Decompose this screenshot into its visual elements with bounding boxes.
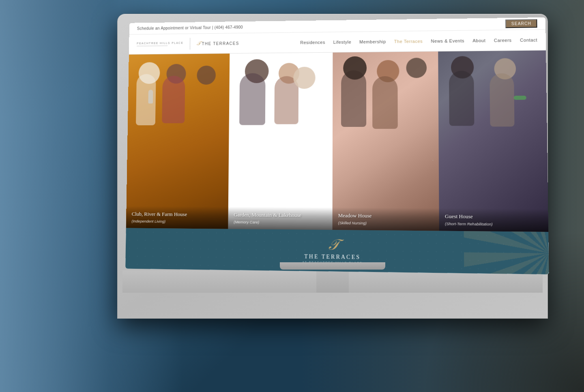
panel-2-title: Garden, Mountain & Lakehouse (234, 212, 326, 219)
monitor-wrapper: Schedule an Appointment or Virtual Tour … (118, 14, 548, 318)
logo-separator (190, 38, 190, 49)
monitor-frame: Schedule an Appointment or Virtual Tour … (118, 14, 548, 318)
monitor-screen: Schedule an Appointment or Virtual Tour … (125, 17, 549, 274)
brand-content: 𝒯 THE TERRACES AT PEACHTREE HILLS PLACE (303, 237, 363, 265)
nav-the-terraces[interactable]: The Terraces (394, 39, 423, 44)
panel-1-subtitle: (Independent Living) (131, 219, 222, 224)
panel-3-overlay: Meadow House (Skilled Nursing) (333, 208, 439, 231)
nav-news-events[interactable]: News & Events (431, 38, 464, 43)
monitor-stand (122, 270, 543, 293)
panel-4-subtitle: (Short-Term Rehabilitation) (445, 221, 542, 227)
stand-base (280, 262, 385, 270)
contact-info: Schedule an Appointment or Virtual Tour … (137, 25, 243, 31)
panel-4-overlay: Guest House (Short-Term Rehabilitation) (439, 208, 549, 232)
website-content: Schedule an Appointment or Virtual Tour … (125, 17, 549, 274)
panel-3-subtitle: (Skilled Nursing) (338, 221, 434, 226)
panel-1-title: Club, River & Farm House (132, 211, 223, 218)
panel-1[interactable]: Club, River & Farm House (Independent Li… (126, 54, 230, 229)
terraces-brand-icon: 𝒯 (303, 237, 363, 253)
panel-3[interactable]: Meadow House (Skilled Nursing) (333, 51, 439, 231)
panel-2-subtitle: (Memory Care) (234, 220, 326, 225)
panel-2[interactable]: Garden, Mountain & Lakehouse (Memory Car… (228, 53, 333, 230)
terraces-logo-text: 𝒯 THE TERRACES (196, 40, 239, 47)
panel-4-title: Guest House (445, 213, 542, 221)
fan-pattern-decoration (464, 231, 549, 274)
search-button[interactable]: SEARCH (505, 19, 537, 28)
logo-area: PEACHTREE HILLS PLACE 𝒯 THE TERRACES (137, 37, 239, 50)
panel-3-title: Meadow House (338, 212, 434, 220)
nav-membership[interactable]: Membership (359, 39, 386, 45)
nav-about[interactable]: About (472, 38, 485, 43)
terraces-brand-name: THE TERRACES (303, 253, 363, 261)
panel-4[interactable]: Guest House (Short-Term Rehabilitation) (438, 50, 548, 232)
peachtree-logo-text: PEACHTREE HILLS PLACE (137, 41, 183, 47)
hero-section: Club, River & Farm House (Independent Li… (126, 50, 548, 232)
nav-contact[interactable]: Contact (520, 37, 537, 43)
nav-careers[interactable]: Careers (494, 38, 512, 43)
panel-2-overlay: Garden, Mountain & Lakehouse (Memory Car… (228, 207, 332, 230)
nav-residences[interactable]: Residences (300, 40, 325, 45)
nav-links: Residences Lifestyle Membership The Terr… (300, 37, 537, 45)
nav-lifestyle[interactable]: Lifestyle (333, 40, 352, 45)
panel-1-overlay: Club, River & Farm House (Independent Li… (126, 206, 228, 229)
stand-neck (316, 270, 349, 293)
